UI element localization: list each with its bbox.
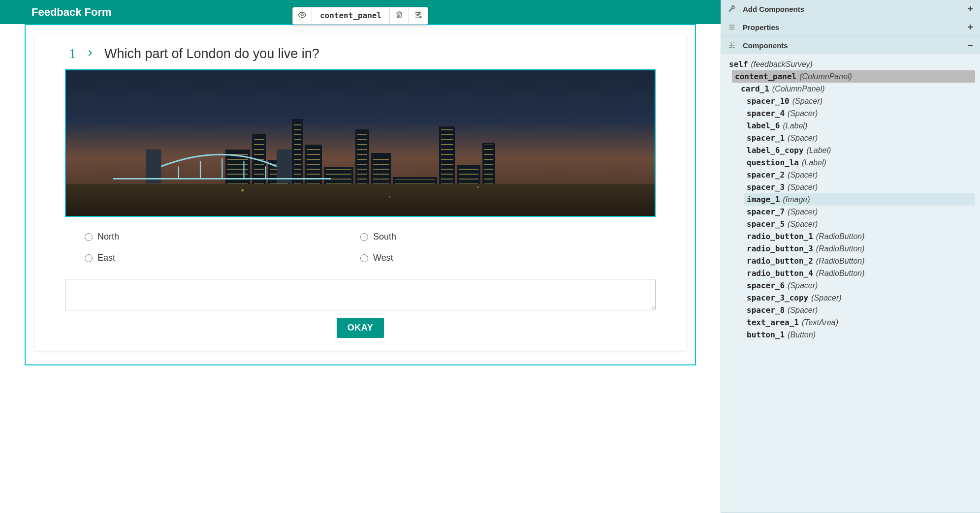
radio-label: South — [373, 232, 396, 242]
design-canvas[interactable]: 1 Which part of London do you live in? — [0, 24, 721, 513]
tree-node-type: (feedbackSurvey) — [751, 60, 813, 69]
eye-icon — [298, 10, 307, 21]
settings-button[interactable] — [409, 7, 428, 24]
tree-node-content_panel[interactable]: content_panel(ColumnPanel) — [732, 70, 975, 83]
river-illustration — [66, 184, 655, 216]
tree-node-self[interactable]: self(feedbackSurvey) — [726, 58, 975, 70]
tree-node-question_la[interactable]: question_la(Label) — [744, 156, 975, 169]
radio-option-east[interactable]: East — [85, 253, 360, 263]
wrench-icon — [728, 5, 737, 13]
tree-node-type: (Button) — [788, 331, 816, 339]
tree-node-text_area_1[interactable]: text_area_1(TextArea) — [744, 316, 975, 329]
tree-node-spacer_7[interactable]: spacer_7(Spacer) — [744, 206, 975, 218]
selected-component-name[interactable]: content_panel — [312, 7, 390, 24]
section-add-components: Add Components + — [721, 0, 980, 18]
tree-node-type: (RadioButton) — [816, 257, 865, 266]
card[interactable]: 1 Which part of London do you live in? — [34, 34, 686, 351]
component-tree[interactable]: self(feedbackSurvey)content_panel(Column… — [721, 54, 980, 513]
tree-node-name: label_6 — [747, 121, 780, 130]
tree-node-type: (TextArea) — [802, 318, 838, 327]
tree-node-type: (Spacer) — [811, 294, 841, 302]
tree-node-button_1[interactable]: button_1(Button) — [744, 329, 975, 341]
tree-node-spacer_1[interactable]: spacer_1(Spacer) — [744, 132, 975, 144]
tree-node-name: spacer_2 — [747, 170, 785, 180]
tree-node-name: content_panel — [735, 72, 796, 81]
chevron-right-icon — [87, 50, 94, 58]
tree-node-label_6[interactable]: label_6(Label) — [744, 120, 975, 132]
tree-node-type: (Label) — [802, 158, 826, 167]
delete-button[interactable] — [390, 7, 409, 24]
radio-option-north[interactable]: North — [85, 232, 360, 242]
svg-point-3 — [420, 16, 421, 18]
tree-node-spacer_6[interactable]: spacer_6(Spacer) — [744, 279, 975, 292]
section-components: Components − self(feedbackSurvey)content… — [721, 36, 980, 513]
bridge-illustration — [113, 146, 331, 187]
trash-icon — [395, 10, 404, 21]
tree-node-type: (Spacer) — [788, 171, 818, 180]
comments-textarea[interactable] — [65, 279, 656, 310]
tree-node-name: label_6_copy — [747, 146, 804, 155]
tree-node-spacer_4[interactable]: spacer_4(Spacer) — [744, 107, 975, 120]
tree-node-type: (RadioButton) — [816, 232, 865, 241]
section-header-components[interactable]: Components − — [721, 36, 980, 54]
tree-node-spacer_3[interactable]: spacer_3(Spacer) — [744, 181, 975, 193]
radio-option-south[interactable]: South — [360, 232, 636, 242]
tree-node-name: radio_button_1 — [747, 232, 813, 241]
tree-node-type: (Spacer) — [788, 183, 818, 192]
radio-input[interactable] — [360, 254, 368, 262]
tree-node-name: button_1 — [747, 330, 785, 339]
tree-node-type: (ColumnPanel) — [772, 85, 825, 93]
tree-node-name: spacer_6 — [747, 281, 785, 290]
radio-label: North — [97, 232, 119, 242]
radio-option-west[interactable]: West — [360, 253, 636, 263]
tree-node-name: text_area_1 — [747, 318, 799, 327]
svg-point-1 — [418, 12, 420, 13]
tree-node-name: spacer_10 — [747, 96, 790, 106]
section-title: Components — [743, 41, 788, 50]
tree-node-type: (Spacer) — [792, 97, 822, 106]
tree-node-radio_button_4[interactable]: radio_button_4(RadioButton) — [744, 267, 975, 279]
question-number: 1 — [65, 46, 76, 61]
tree-node-type: (Spacer) — [788, 306, 818, 315]
tree-node-name: image_1 — [747, 195, 780, 204]
minus-icon: − — [967, 40, 973, 50]
list-icon — [728, 23, 737, 31]
inspector-sidebar: Add Components + Properties + Components… — [721, 0, 980, 513]
tree-node-spacer_3_copy[interactable]: spacer_3_copy(Spacer) — [744, 292, 975, 304]
section-header-properties[interactable]: Properties + — [721, 18, 980, 36]
tree-node-card_1[interactable]: card_1(ColumnPanel) — [738, 83, 975, 95]
image-component[interactable] — [65, 69, 656, 217]
tree-node-radio_button_3[interactable]: radio_button_3(RadioButton) — [744, 242, 975, 255]
tree-node-type: (Spacer) — [788, 220, 818, 229]
tree-node-type: (Label) — [783, 121, 807, 130]
content-panel-selection[interactable]: 1 Which part of London do you live in? — [25, 24, 696, 365]
tree-node-image_1[interactable]: image_1(Image) — [744, 193, 975, 206]
tree-node-name: spacer_3_copy — [747, 293, 808, 302]
tree-node-name: spacer_7 — [747, 207, 785, 216]
tree-node-type: (Spacer) — [788, 281, 818, 290]
question-text: Which part of London do you live in? — [104, 46, 319, 61]
tree-node-label_6_copy[interactable]: label_6_copy(Label) — [744, 144, 975, 156]
tree-node-name: spacer_8 — [747, 305, 785, 315]
tree-node-radio_button_1[interactable]: radio_button_1(RadioButton) — [744, 230, 975, 242]
tree-node-spacer_2[interactable]: spacer_2(Spacer) — [744, 169, 975, 181]
section-title: Add Components — [743, 5, 804, 13]
okay-button[interactable]: OKAY — [337, 318, 384, 338]
tree-node-name: radio_button_3 — [747, 244, 813, 253]
component-toolbar: content_panel — [292, 7, 428, 25]
radio-input[interactable] — [85, 233, 93, 241]
tree-node-spacer_8[interactable]: spacer_8(Spacer) — [744, 304, 975, 316]
radio-input[interactable] — [85, 254, 93, 262]
tree-node-type: (Label) — [807, 146, 831, 155]
radio-label: West — [373, 253, 393, 263]
section-header-add-components[interactable]: Add Components + — [721, 0, 980, 18]
tree-node-spacer_5[interactable]: spacer_5(Spacer) — [744, 218, 975, 230]
submit-row: OKAY — [65, 318, 656, 338]
app-header: Feedback Form content_panel — [0, 0, 721, 24]
radio-input[interactable] — [360, 233, 368, 241]
tree-node-type: (Spacer) — [788, 109, 818, 118]
tree-node-name: spacer_1 — [747, 133, 785, 143]
tree-node-radio_button_2[interactable]: radio_button_2(RadioButton) — [744, 255, 975, 267]
tree-node-spacer_10[interactable]: spacer_10(Spacer) — [744, 95, 975, 107]
visibility-toggle[interactable] — [293, 7, 312, 24]
